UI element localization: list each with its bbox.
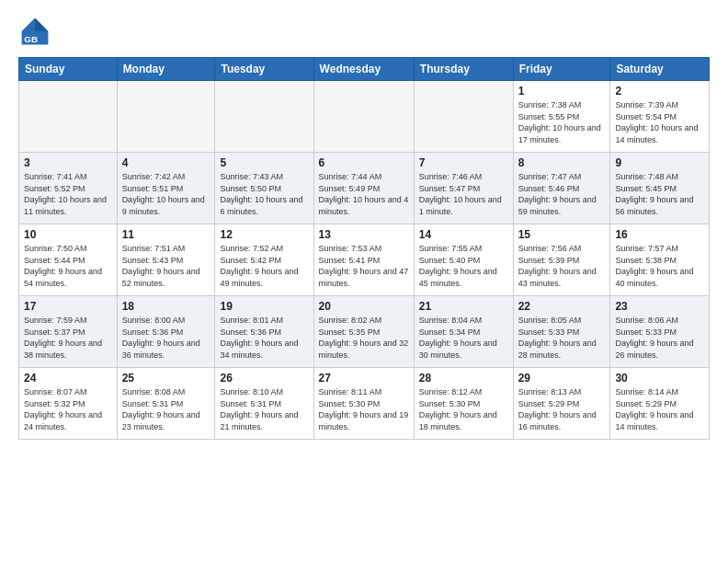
calendar-cell bbox=[117, 81, 215, 153]
calendar-week-row: 24Sunrise: 8:07 AM Sunset: 5:32 PM Dayli… bbox=[19, 368, 710, 440]
calendar-week-row: 17Sunrise: 7:59 AM Sunset: 5:37 PM Dayli… bbox=[19, 296, 710, 368]
calendar-cell: 1Sunrise: 7:38 AM Sunset: 5:55 PM Daylig… bbox=[513, 81, 610, 153]
day-info: Sunrise: 7:59 AM Sunset: 5:37 PM Dayligh… bbox=[24, 315, 112, 361]
day-info: Sunrise: 8:14 AM Sunset: 5:29 PM Dayligh… bbox=[615, 386, 704, 432]
day-info: Sunrise: 8:10 AM Sunset: 5:31 PM Dayligh… bbox=[220, 386, 308, 432]
logo-icon: GB bbox=[18, 15, 51, 48]
calendar-cell: 28Sunrise: 8:12 AM Sunset: 5:30 PM Dayli… bbox=[414, 368, 513, 440]
day-number: 29 bbox=[518, 372, 606, 385]
day-number: 21 bbox=[419, 300, 508, 313]
day-number: 28 bbox=[419, 372, 508, 385]
calendar-cell bbox=[414, 81, 513, 153]
calendar-cell: 12Sunrise: 7:52 AM Sunset: 5:42 PM Dayli… bbox=[215, 224, 313, 296]
day-number: 20 bbox=[319, 300, 409, 313]
day-info: Sunrise: 7:48 AM Sunset: 5:45 PM Dayligh… bbox=[615, 171, 704, 217]
calendar-cell: 11Sunrise: 7:51 AM Sunset: 5:43 PM Dayli… bbox=[117, 224, 215, 296]
calendar-cell: 7Sunrise: 7:46 AM Sunset: 5:47 PM Daylig… bbox=[414, 153, 513, 224]
day-number: 6 bbox=[319, 156, 409, 169]
calendar-day-header: Thursday bbox=[414, 58, 513, 81]
day-info: Sunrise: 8:07 AM Sunset: 5:32 PM Dayligh… bbox=[24, 386, 112, 432]
calendar-day-header: Saturday bbox=[610, 58, 710, 81]
day-info: Sunrise: 7:53 AM Sunset: 5:41 PM Dayligh… bbox=[319, 243, 409, 289]
calendar-cell: 23Sunrise: 8:06 AM Sunset: 5:33 PM Dayli… bbox=[610, 296, 710, 368]
calendar-cell bbox=[19, 81, 118, 153]
day-number: 11 bbox=[122, 228, 210, 241]
svg-text:GB: GB bbox=[24, 34, 38, 44]
day-info: Sunrise: 7:41 AM Sunset: 5:52 PM Dayligh… bbox=[24, 171, 112, 217]
day-info: Sunrise: 8:02 AM Sunset: 5:35 PM Dayligh… bbox=[319, 315, 409, 361]
calendar-week-row: 1Sunrise: 7:38 AM Sunset: 5:55 PM Daylig… bbox=[19, 81, 710, 153]
day-info: Sunrise: 7:43 AM Sunset: 5:50 PM Dayligh… bbox=[220, 171, 308, 217]
day-number: 18 bbox=[122, 300, 210, 313]
day-info: Sunrise: 7:42 AM Sunset: 5:51 PM Dayligh… bbox=[122, 171, 210, 217]
day-number: 7 bbox=[419, 156, 508, 169]
day-info: Sunrise: 7:52 AM Sunset: 5:42 PM Dayligh… bbox=[220, 243, 308, 289]
calendar-cell: 4Sunrise: 7:42 AM Sunset: 5:51 PM Daylig… bbox=[117, 153, 215, 224]
day-number: 12 bbox=[220, 228, 308, 241]
calendar-cell: 2Sunrise: 7:39 AM Sunset: 5:54 PM Daylig… bbox=[610, 81, 710, 153]
calendar-cell bbox=[313, 81, 414, 153]
calendar-cell: 30Sunrise: 8:14 AM Sunset: 5:29 PM Dayli… bbox=[610, 368, 710, 440]
day-number: 8 bbox=[518, 156, 606, 169]
day-info: Sunrise: 7:51 AM Sunset: 5:43 PM Dayligh… bbox=[122, 243, 210, 289]
day-number: 1 bbox=[518, 85, 606, 98]
day-number: 27 bbox=[319, 372, 409, 385]
day-number: 23 bbox=[615, 300, 704, 313]
day-info: Sunrise: 8:06 AM Sunset: 5:33 PM Dayligh… bbox=[615, 315, 704, 361]
calendar-cell: 24Sunrise: 8:07 AM Sunset: 5:32 PM Dayli… bbox=[19, 368, 118, 440]
calendar-day-header: Friday bbox=[513, 58, 610, 81]
day-number: 22 bbox=[518, 300, 606, 313]
calendar-week-row: 3Sunrise: 7:41 AM Sunset: 5:52 PM Daylig… bbox=[19, 153, 710, 224]
calendar-cell: 21Sunrise: 8:04 AM Sunset: 5:34 PM Dayli… bbox=[414, 296, 513, 368]
calendar-cell: 13Sunrise: 7:53 AM Sunset: 5:41 PM Dayli… bbox=[313, 224, 414, 296]
calendar-cell: 19Sunrise: 8:01 AM Sunset: 5:36 PM Dayli… bbox=[215, 296, 313, 368]
day-info: Sunrise: 8:08 AM Sunset: 5:31 PM Dayligh… bbox=[122, 386, 210, 432]
calendar-cell: 22Sunrise: 8:05 AM Sunset: 5:33 PM Dayli… bbox=[513, 296, 610, 368]
calendar-cell: 8Sunrise: 7:47 AM Sunset: 5:46 PM Daylig… bbox=[513, 153, 610, 224]
day-info: Sunrise: 8:11 AM Sunset: 5:30 PM Dayligh… bbox=[319, 386, 409, 432]
calendar-cell: 25Sunrise: 8:08 AM Sunset: 5:31 PM Dayli… bbox=[117, 368, 215, 440]
day-number: 19 bbox=[220, 300, 308, 313]
day-number: 16 bbox=[615, 228, 704, 241]
logo: GB bbox=[18, 15, 55, 48]
day-number: 26 bbox=[220, 372, 308, 385]
calendar-cell: 27Sunrise: 8:11 AM Sunset: 5:30 PM Dayli… bbox=[313, 368, 414, 440]
day-number: 9 bbox=[615, 156, 704, 169]
calendar-cell: 5Sunrise: 7:43 AM Sunset: 5:50 PM Daylig… bbox=[215, 153, 313, 224]
calendar-cell: 10Sunrise: 7:50 AM Sunset: 5:44 PM Dayli… bbox=[19, 224, 118, 296]
day-number: 10 bbox=[24, 228, 112, 241]
day-number: 14 bbox=[419, 228, 508, 241]
calendar-cell: 18Sunrise: 8:00 AM Sunset: 5:36 PM Dayli… bbox=[117, 296, 215, 368]
day-info: Sunrise: 7:57 AM Sunset: 5:38 PM Dayligh… bbox=[615, 243, 704, 289]
day-info: Sunrise: 8:05 AM Sunset: 5:33 PM Dayligh… bbox=[518, 315, 606, 361]
day-number: 25 bbox=[122, 372, 210, 385]
calendar-week-row: 10Sunrise: 7:50 AM Sunset: 5:44 PM Dayli… bbox=[19, 224, 710, 296]
day-info: Sunrise: 8:12 AM Sunset: 5:30 PM Dayligh… bbox=[419, 386, 508, 432]
day-number: 24 bbox=[24, 372, 112, 385]
calendar-cell: 3Sunrise: 7:41 AM Sunset: 5:52 PM Daylig… bbox=[19, 153, 118, 224]
calendar-header-row: SundayMondayTuesdayWednesdayThursdayFrid… bbox=[19, 58, 710, 81]
day-number: 5 bbox=[220, 156, 308, 169]
calendar-cell: 9Sunrise: 7:48 AM Sunset: 5:45 PM Daylig… bbox=[610, 153, 710, 224]
day-number: 30 bbox=[615, 372, 704, 385]
day-info: Sunrise: 7:50 AM Sunset: 5:44 PM Dayligh… bbox=[24, 243, 112, 289]
day-number: 13 bbox=[319, 228, 409, 241]
calendar-day-header: Sunday bbox=[19, 58, 118, 81]
day-number: 4 bbox=[122, 156, 210, 169]
day-info: Sunrise: 7:44 AM Sunset: 5:49 PM Dayligh… bbox=[319, 171, 409, 217]
calendar-day-header: Wednesday bbox=[313, 58, 414, 81]
day-info: Sunrise: 7:46 AM Sunset: 5:47 PM Dayligh… bbox=[419, 171, 508, 217]
day-info: Sunrise: 7:47 AM Sunset: 5:46 PM Dayligh… bbox=[518, 171, 606, 217]
day-info: Sunrise: 8:00 AM Sunset: 5:36 PM Dayligh… bbox=[122, 315, 210, 361]
calendar-cell bbox=[215, 81, 313, 153]
day-info: Sunrise: 8:13 AM Sunset: 5:29 PM Dayligh… bbox=[518, 386, 606, 432]
calendar-cell: 17Sunrise: 7:59 AM Sunset: 5:37 PM Dayli… bbox=[19, 296, 118, 368]
calendar-cell: 14Sunrise: 7:55 AM Sunset: 5:40 PM Dayli… bbox=[414, 224, 513, 296]
header: GB bbox=[18, 15, 710, 48]
day-info: Sunrise: 7:38 AM Sunset: 5:55 PM Dayligh… bbox=[518, 99, 606, 145]
calendar-cell: 20Sunrise: 8:02 AM Sunset: 5:35 PM Dayli… bbox=[313, 296, 414, 368]
day-number: 2 bbox=[615, 85, 704, 98]
day-info: Sunrise: 7:56 AM Sunset: 5:39 PM Dayligh… bbox=[518, 243, 606, 289]
calendar-cell: 6Sunrise: 7:44 AM Sunset: 5:49 PM Daylig… bbox=[313, 153, 414, 224]
day-info: Sunrise: 7:55 AM Sunset: 5:40 PM Dayligh… bbox=[419, 243, 508, 289]
